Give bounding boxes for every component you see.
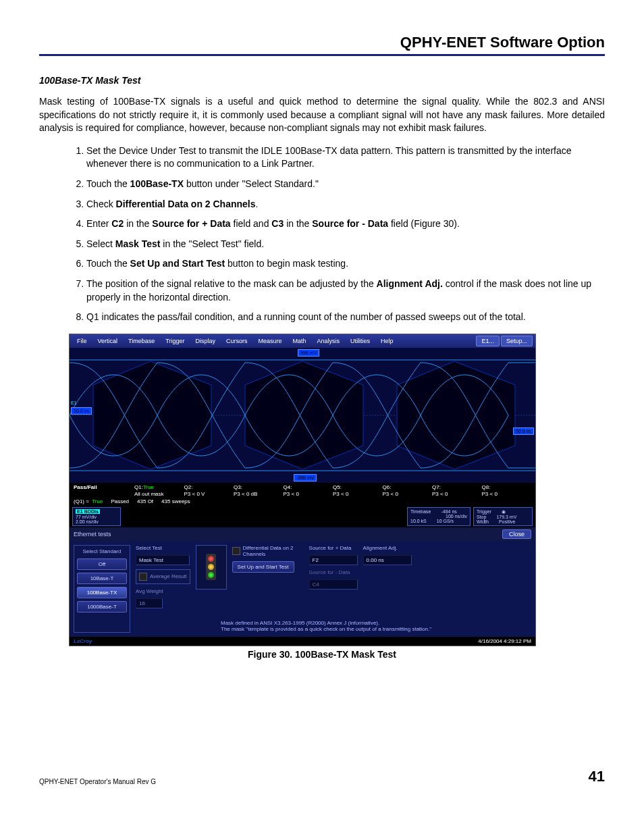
select-test-label: Select Test bbox=[136, 545, 190, 551]
oscilloscope-screenshot: File Vertical Timebase Trigger Display C… bbox=[69, 334, 536, 646]
alignment-adj-field[interactable]: 0.00 ns bbox=[363, 555, 412, 565]
q1-summary-row: (Q1) = True Passed 435 Of 435 sweeps bbox=[70, 498, 535, 506]
brand-logo: LeCroy bbox=[74, 638, 92, 644]
scope-timestamp: 4/16/2004 4:29:12 PM bbox=[478, 638, 531, 644]
standard-10base-button[interactable]: 10Base-T bbox=[77, 573, 127, 584]
trace-e1-label: E1 bbox=[71, 400, 77, 405]
menu-vertical[interactable]: Vertical bbox=[93, 336, 123, 346]
mask-footnote: Mask defined in ANSI X3.263-1995 (R2000)… bbox=[221, 620, 431, 633]
scope-footer: LeCroy 4/16/2004 4:29:12 PM bbox=[70, 637, 535, 646]
step-8: Q1 indicates the pass/fail condition, an… bbox=[86, 311, 605, 324]
checkbox-icon bbox=[139, 573, 147, 581]
standard-off-button[interactable]: Off bbox=[77, 558, 127, 570]
trigger-box[interactable]: Trigger◉ Stop179.3 mV WidthPositive bbox=[473, 507, 533, 526]
select-standard-label: Select Standard bbox=[77, 548, 127, 554]
passfail-grid: Pass/Fail Q1:True Q2: Q3: Q4: Q5: Q6: Q7… bbox=[70, 483, 535, 498]
setup-button[interactable]: Setup... bbox=[501, 336, 533, 346]
alignment-adj-label: Alignment Adj. bbox=[363, 545, 412, 551]
close-button[interactable]: Close bbox=[502, 529, 531, 539]
step-6: Touch the Set Up and Start Test button t… bbox=[86, 257, 605, 271]
traffic-red-icon bbox=[208, 556, 214, 562]
menu-trigger[interactable]: Trigger bbox=[161, 336, 189, 346]
ethernet-panel-header: Ethernet tests Close bbox=[70, 527, 535, 541]
select-test-field[interactable]: Mask Test bbox=[136, 555, 190, 565]
page-header: QPHY-ENET Software Option bbox=[39, 34, 605, 56]
setup-start-button[interactable]: Set Up and Start Test bbox=[232, 561, 294, 573]
source-plus-field[interactable]: F2 bbox=[309, 555, 358, 565]
traffic-light bbox=[196, 545, 227, 590]
page-footer: QPHY-ENET Operator's Manual Rev G 41 bbox=[39, 768, 605, 785]
figure-30: File Vertical Timebase Trigger Display C… bbox=[69, 334, 605, 660]
standard-100base-button[interactable]: 100Base-TX bbox=[77, 587, 127, 598]
menu-math[interactable]: Math bbox=[288, 336, 311, 346]
passfail-title: Pass/Fail bbox=[74, 484, 134, 490]
figure-caption: Figure 30. 100Base-TX Mask Test bbox=[39, 649, 605, 660]
e1-button[interactable]: E1... bbox=[476, 336, 500, 346]
steps-list: Set the Device Under Test to transmit th… bbox=[39, 145, 605, 324]
source-minus-field: C4 bbox=[309, 579, 358, 590]
step-3: Check Differential Data on 2 Channels. bbox=[86, 198, 605, 211]
standard-1000base-button[interactable]: 1000Base-T bbox=[77, 601, 127, 613]
header-title: QPHY-ENET Software Option bbox=[400, 34, 605, 51]
status-strip: E1 BODis 77 mV/div 2.00 ns/div Timebase-… bbox=[70, 506, 535, 527]
panel-title: Ethernet tests bbox=[74, 531, 111, 538]
bottom-voltage-label: -998 mV bbox=[294, 474, 317, 481]
scope-menubar: File Vertical Timebase Trigger Display C… bbox=[70, 334, 535, 348]
timebase-box[interactable]: Timebase-484 ns 100 ns/div 10.0 kS10 GS/… bbox=[407, 507, 471, 526]
menu-utilities[interactable]: Utilities bbox=[346, 336, 375, 346]
menu-cursors[interactable]: Cursors bbox=[221, 336, 252, 346]
step-2: Touch the 100Base-TX button under "Selec… bbox=[86, 178, 605, 191]
avg-weight-field[interactable]: 16 bbox=[136, 598, 163, 608]
step-7: The position of the signal relative to t… bbox=[86, 278, 605, 304]
step-4: Enter C2 in the Source for + Data field … bbox=[86, 217, 605, 231]
average-result-checkbox[interactable]: Average Result bbox=[136, 569, 190, 584]
select-standard-group: Select Standard Off 10Base-T 100Base-TX … bbox=[74, 545, 130, 633]
step-5: Select Mask Test in the "Select Test" fi… bbox=[86, 238, 605, 251]
menu-help[interactable]: Help bbox=[376, 336, 398, 346]
diff-data-label: Differential Data on 2 Channels bbox=[243, 545, 304, 557]
waveform-display[interactable]: 998 mV 50.0 ns 50.0 ns -998 mV E1 bbox=[70, 348, 535, 483]
menu-display[interactable]: Display bbox=[190, 336, 220, 346]
traffic-yellow-icon bbox=[208, 564, 214, 570]
source-plus-label: Source for + Data bbox=[309, 545, 358, 551]
right-time-label: 50.0 ns bbox=[513, 427, 534, 435]
avg-weight-label: Avg Weight bbox=[136, 588, 190, 594]
intro-paragraph: Mask testing of 100Base-TX signals is a … bbox=[39, 95, 605, 135]
q1-true: True bbox=[143, 484, 154, 490]
top-voltage-label: 998 mV bbox=[298, 349, 319, 357]
menu-file[interactable]: File bbox=[72, 336, 92, 346]
channel-header: E1 BODis bbox=[76, 509, 100, 514]
menu-analysis[interactable]: Analysis bbox=[312, 336, 344, 346]
source-minus-label: Source for - Data bbox=[309, 569, 358, 575]
step-1: Set the Device Under Test to transmit th… bbox=[86, 145, 605, 171]
section-title: 100Base-TX Mask Test bbox=[39, 75, 605, 86]
page-number: 41 bbox=[589, 768, 605, 785]
eye-diagram-svg bbox=[70, 348, 535, 483]
menu-timebase[interactable]: Timebase bbox=[124, 336, 159, 346]
menu-measure[interactable]: Measure bbox=[253, 336, 286, 346]
channel-box[interactable]: E1 BODis 77 mV/div 2.00 ns/div bbox=[72, 507, 121, 526]
select-test-column: Select Test Mask Test Average Result Avg… bbox=[136, 545, 190, 633]
manual-revision: QPHY-ENET Operator's Manual Rev G bbox=[39, 778, 156, 785]
traffic-green-icon bbox=[208, 572, 214, 578]
ethernet-panel-body: Select Standard Off 10Base-T 100Base-TX … bbox=[70, 541, 535, 637]
diff-data-checkbox[interactable] bbox=[232, 547, 240, 555]
left-time-label: 50.0 ns bbox=[71, 407, 92, 415]
